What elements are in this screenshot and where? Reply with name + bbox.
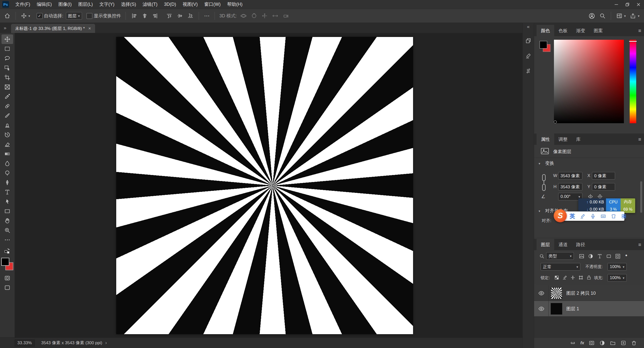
filter-shape-layers-icon[interactable] [606, 253, 612, 259]
filter-type-layers-icon[interactable] [597, 253, 602, 259]
pen-tool[interactable] [2, 178, 13, 187]
y-field[interactable]: 0 像素 [592, 183, 615, 191]
tab-swatches[interactable]: 色板 [554, 25, 572, 36]
3d-dolly-icon[interactable] [281, 12, 290, 20]
menu-filter[interactable]: 滤镜(T) [139, 0, 161, 9]
history-brush-tool[interactable] [2, 130, 13, 140]
crop-tool[interactable] [2, 73, 13, 82]
filter-smart-objects-icon[interactable] [615, 253, 621, 259]
layer-thumbnail[interactable] [551, 303, 562, 315]
rectangular-marquee-tool[interactable] [2, 44, 13, 54]
sogou-logo[interactable]: S [554, 209, 567, 222]
align-left-edges-button[interactable] [130, 12, 138, 20]
3d-pan-icon[interactable] [260, 12, 269, 20]
swap-colors-icon[interactable] [2, 246, 13, 256]
layer-style-icon[interactable]: fx [580, 340, 585, 346]
lock-transparent-pixels-icon[interactable] [554, 275, 559, 280]
layer-name[interactable]: 图层 1 [566, 306, 579, 312]
tab-paths[interactable]: 路径 [572, 239, 589, 250]
chevron-down-icon[interactable]: ▾ [539, 209, 540, 213]
collapsed-panel-icon[interactable] [524, 36, 533, 46]
tab-patterns[interactable]: 图案 [589, 25, 607, 36]
align-bottom-edges-button[interactable] [186, 12, 195, 20]
new-group-icon[interactable] [609, 339, 616, 346]
auto-select-checkbox[interactable]: ✓ [37, 13, 43, 19]
add-layer-mask-icon[interactable] [588, 339, 595, 346]
blend-mode-dropdown[interactable]: 正常▾ [541, 263, 580, 271]
new-adjustment-layer-icon[interactable] [599, 339, 606, 346]
align-horizontal-centers-button[interactable] [140, 12, 149, 20]
gradient-tool[interactable] [2, 149, 13, 159]
handwriting-icon[interactable] [580, 213, 585, 219]
rectangle-tool[interactable] [2, 206, 13, 216]
tab-gradients[interactable]: 渐变 [572, 25, 589, 36]
status-chevron-icon[interactable]: › [105, 340, 107, 345]
type-tool[interactable] [2, 187, 13, 197]
close-button[interactable] [633, 0, 644, 9]
3d-slide-icon[interactable] [271, 12, 279, 20]
3d-orbit-icon[interactable] [239, 12, 248, 20]
link-layers-icon[interactable] [569, 339, 576, 346]
search-icon[interactable] [598, 12, 607, 20]
menu-type[interactable]: 文字(Y) [96, 0, 118, 9]
auto-select-target-dropdown[interactable]: 图层 ▾ [66, 12, 82, 20]
menu-edit[interactable]: 编辑(E) [33, 0, 55, 9]
quick-mask-button[interactable] [2, 273, 13, 283]
dodge-tool[interactable] [2, 168, 13, 178]
layer-filter-type-dropdown[interactable]: 类型▾ [546, 252, 574, 260]
chevron-down-icon[interactable]: ▾ [539, 162, 540, 165]
filter-adjustment-layers-icon[interactable] [588, 253, 593, 259]
path-selection-tool[interactable] [2, 197, 13, 206]
workspace-switcher-icon[interactable]: ▾ [615, 12, 627, 20]
collapsed-panel-icon[interactable] [524, 66, 533, 76]
properties-scrollbar[interactable] [640, 181, 642, 213]
photoshop-logo[interactable]: Ps [2, 1, 9, 8]
filter-pixel-layers-icon[interactable] [579, 253, 584, 259]
width-field[interactable]: 3543 像素 [558, 172, 582, 180]
saturation-brightness-field[interactable] [554, 40, 624, 123]
move-tool[interactable] [2, 34, 13, 44]
lock-image-pixels-icon[interactable] [562, 275, 567, 280]
align-right-edges-button[interactable] [151, 12, 159, 20]
more-align-options-button[interactable]: ⋯ [203, 12, 211, 20]
layer-row[interactable]: 图层 2 拷贝 10 [534, 285, 644, 301]
menu-help[interactable]: 帮助(H) [224, 0, 246, 9]
brush-settings-panel-icon[interactable] [524, 51, 533, 61]
hue-slider-handle[interactable] [629, 41, 637, 42]
menu-window[interactable]: 窗口(W) [201, 0, 224, 9]
layer-row-selected[interactable]: 图层 1 [534, 301, 644, 317]
menu-image[interactable]: 图像(I) [55, 0, 75, 9]
skin-icon[interactable] [611, 213, 616, 219]
align-vertical-centers-button[interactable] [176, 12, 184, 20]
foreground-color-swatch[interactable] [1, 258, 9, 266]
tab-adjustments[interactable]: 调整 [554, 134, 572, 145]
height-field[interactable]: 3543 像素 [558, 183, 582, 191]
layer-visibility-toggle[interactable] [534, 301, 549, 317]
ime-language-toggle[interactable]: 英 [570, 212, 575, 220]
toolbox-icon[interactable] [621, 213, 627, 219]
toolbar-collapse-chevron[interactable]: » [0, 23, 10, 33]
restore-button[interactable] [622, 0, 633, 9]
tab-layers[interactable]: 图层 [537, 239, 554, 250]
microphone-icon[interactable] [590, 213, 596, 219]
fill-field[interactable]: 100%▾ [608, 274, 627, 282]
panel-menu-icon[interactable]: ≡ [638, 242, 641, 248]
spot-healing-brush-tool[interactable] [2, 101, 13, 111]
panel-menu-icon[interactable]: ≡ [638, 28, 641, 34]
foreground-color-swatch[interactable] [540, 41, 547, 49]
menu-file[interactable]: 文件(F) [12, 0, 33, 9]
tab-properties[interactable]: 属性 [537, 134, 554, 145]
clone-stamp-tool[interactable] [2, 120, 13, 130]
share-image-icon[interactable]: ▾ [629, 12, 640, 20]
show-transform-checkbox[interactable] [87, 13, 92, 19]
link-dimensions-icon[interactable] [541, 173, 547, 192]
3d-roll-icon[interactable] [250, 12, 258, 20]
new-layer-icon[interactable] [620, 339, 627, 346]
panel-menu-icon[interactable]: ≡ [638, 137, 641, 142]
lock-all-icon[interactable] [586, 275, 591, 280]
filter-toggle-icon[interactable]: ● [625, 253, 627, 257]
brush-tool[interactable] [2, 111, 13, 120]
layer-thumbnail[interactable] [551, 287, 562, 299]
opacity-field[interactable]: 100%▾ [608, 263, 627, 271]
lock-position-icon[interactable] [570, 275, 575, 280]
